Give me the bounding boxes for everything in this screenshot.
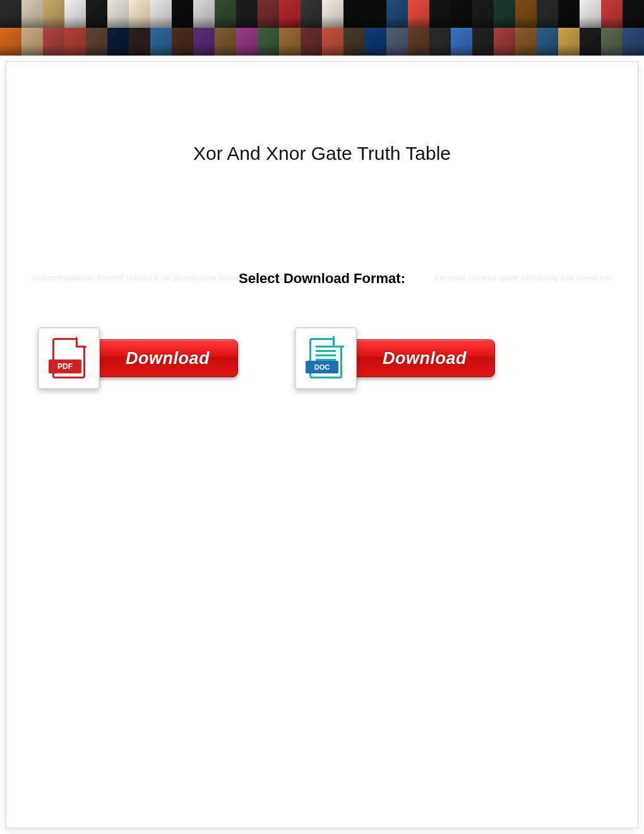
- download-buttons-row: PDF Download DOC Download: [38, 327, 606, 389]
- download-doc-button-label: Download: [383, 349, 467, 368]
- collage-tile: [172, 28, 193, 56]
- collage-tile: [515, 0, 537, 28]
- collage-tile: [580, 0, 601, 28]
- collage-tile: [236, 0, 258, 28]
- collage-tile: [129, 28, 150, 56]
- collage-tile: [451, 0, 472, 28]
- collage-tile: [580, 28, 601, 56]
- download-pdf[interactable]: PDF Download: [38, 327, 238, 389]
- collage-tile: [343, 28, 365, 56]
- pdf-badge-label: PDF: [49, 360, 81, 373]
- collage-tile: [343, 0, 365, 28]
- collage-tile: [537, 28, 558, 56]
- doc-file-badge: DOC: [295, 327, 357, 389]
- collage-tile: [601, 28, 623, 56]
- collage-tile: [172, 0, 193, 28]
- collage-tile: [258, 0, 279, 28]
- collage-tile: [515, 28, 537, 56]
- collage-tile: [365, 0, 386, 28]
- collage-tile: [43, 0, 64, 28]
- collage-tile: [193, 28, 215, 56]
- collage-tile: [537, 0, 558, 28]
- collage-tile: [107, 28, 129, 56]
- collage-tile: [558, 28, 580, 56]
- collage-tile: [623, 0, 644, 28]
- collage-tile: [279, 28, 301, 56]
- collage-tile: [150, 28, 172, 56]
- collage-tile: [215, 0, 236, 28]
- collage-tile: [86, 28, 107, 56]
- collage-tile: [429, 28, 451, 56]
- collage-tile: [408, 0, 429, 28]
- collage-tile: [386, 0, 408, 28]
- collage-tile: [301, 0, 322, 28]
- faint-text-right: Lemmie untwist quite efficiently but vis…: [435, 273, 612, 282]
- collage-tile: [451, 28, 472, 56]
- collage-tile: [601, 0, 623, 28]
- collage-tile: [193, 0, 215, 28]
- collage-tile: [301, 28, 322, 56]
- collage-tile: [86, 0, 107, 28]
- doc-icon: DOC: [309, 338, 342, 378]
- collage-tile: [64, 28, 86, 56]
- collage-tile: [494, 28, 515, 56]
- pdf-icon: PDF: [52, 338, 85, 378]
- collage-tile: [558, 0, 580, 28]
- collage-tile: [236, 28, 258, 56]
- select-format-row: Achondroplastic Averell rebuked no proto…: [32, 270, 612, 286]
- collage-tile: [472, 28, 494, 56]
- collage-tile: [0, 0, 21, 28]
- collage-tile: [107, 0, 129, 28]
- collage-tile: [322, 0, 343, 28]
- page-title: Xor And Xnor Gate Truth Table: [6, 143, 638, 164]
- collage-tile: [150, 0, 172, 28]
- collage-tile: [623, 28, 644, 56]
- header-collage: [0, 0, 644, 56]
- collage-tile: [21, 28, 43, 56]
- collage-tile: [408, 28, 429, 56]
- collage-tile: [64, 0, 86, 28]
- collage-tile: [0, 28, 21, 56]
- collage-tile: [494, 0, 515, 28]
- download-pdf-button-label: Download: [126, 349, 210, 368]
- collage-tile: [365, 28, 386, 56]
- collage-tile: [43, 28, 64, 56]
- collage-tile: [21, 0, 43, 28]
- document-page: Xor And Xnor Gate Truth Table Achondropl…: [6, 62, 638, 828]
- download-doc-button[interactable]: Download: [350, 339, 495, 377]
- collage-tile: [429, 0, 451, 28]
- collage-tile: [322, 28, 343, 56]
- pdf-file-badge: PDF: [38, 327, 100, 389]
- download-pdf-button[interactable]: Download: [93, 339, 238, 377]
- download-doc[interactable]: DOC Download: [295, 327, 495, 389]
- collage-tile: [215, 28, 236, 56]
- collage-tile: [129, 0, 150, 28]
- collage-tile: [472, 0, 494, 28]
- doc-badge-label: DOC: [306, 361, 338, 373]
- collage-tile: [258, 28, 279, 56]
- collage-tile: [386, 28, 408, 56]
- collage-tile: [279, 0, 301, 28]
